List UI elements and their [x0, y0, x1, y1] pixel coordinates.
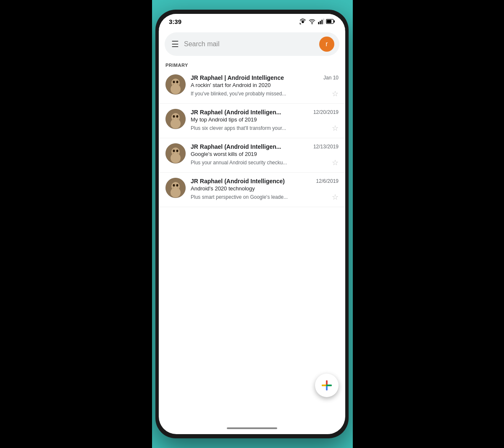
status-bar: 3:39 — [159, 14, 345, 29]
avatar-face — [165, 143, 186, 163]
home-indicator — [159, 422, 345, 434]
star-icon[interactable]: ☆ — [332, 158, 339, 167]
email-item[interactable]: JR Raphael (Android Intelligen... 12/13/… — [159, 138, 345, 173]
search-input[interactable]: Search mail — [184, 40, 319, 48]
sender-avatar — [165, 109, 186, 129]
section-label: PRIMARY — [159, 59, 345, 69]
email-subject: Google's worst kills of 2019 — [191, 151, 339, 157]
email-subject: A rockin' start for Android in 2020 — [191, 82, 339, 88]
svg-point-110 — [171, 153, 181, 163]
email-preview-row: Plus your annual Android security checku… — [191, 158, 339, 167]
email-content: JR Raphael (Android Intelligen... 12/20/… — [191, 109, 339, 133]
email-preview: Plus smart perspective on Google's leade… — [191, 194, 328, 200]
svg-rect-95 — [334, 20, 335, 22]
svg-point-115 — [171, 187, 181, 198]
email-date: 12/20/2019 — [313, 109, 339, 115]
email-sender: JR Raphael (Android Intelligence) — [191, 178, 313, 184]
svg-point-87 — [302, 21, 304, 23]
email-list-container: JR Raphael | Android Intelligence Jan 10… — [159, 69, 345, 422]
svg-point-109 — [176, 150, 178, 152]
user-avatar[interactable]: r — [319, 37, 334, 52]
email-subject: My top Android tips of 2019 — [191, 116, 339, 123]
sender-avatar — [165, 143, 186, 163]
email-subject: Android's 2020 technology — [191, 185, 339, 192]
svg-rect-91 — [321, 20, 323, 24]
email-sender: JR Raphael | Android Intelligence — [191, 74, 320, 81]
avatar-face — [165, 74, 186, 95]
sender-avatar — [165, 178, 186, 198]
compose-icon — [321, 379, 333, 391]
email-item[interactable]: JR Raphael | Android Intelligence Jan 10… — [159, 69, 345, 104]
home-bar — [227, 427, 277, 429]
svg-point-88 — [312, 24, 312, 24]
email-content: JR Raphael (Android Intelligence) 12/6/2… — [191, 178, 339, 202]
svg-point-104 — [176, 115, 178, 118]
phone-screen: 3:39 — [159, 14, 345, 434]
email-header: JR Raphael (Android Intelligence) 12/6/2… — [191, 178, 339, 184]
star-icon[interactable]: ☆ — [332, 89, 339, 98]
email-content: JR Raphael (Android Intelligen... 12/13/… — [191, 143, 339, 167]
svg-point-100 — [171, 84, 181, 94]
search-bar[interactable]: ☰ Search mail r — [165, 32, 339, 56]
signal-icon — [318, 18, 324, 25]
email-sender: JR Raphael (Android Intelligen... — [191, 143, 310, 150]
svg-point-103 — [173, 115, 175, 118]
email-preview: Plus your annual Android security checku… — [191, 160, 328, 166]
email-sender: JR Raphael (Android Intelligen... — [191, 109, 310, 116]
email-date: 12/13/2019 — [313, 144, 339, 150]
compose-button[interactable] — [315, 374, 339, 397]
email-content: JR Raphael | Android Intelligence Jan 10… — [191, 74, 339, 98]
email-header: JR Raphael (Android Intelligen... 12/20/… — [191, 109, 339, 116]
star-icon[interactable]: ☆ — [332, 124, 339, 133]
battery-icon — [326, 18, 335, 24]
avatar-face — [165, 109, 186, 129]
svg-rect-90 — [320, 21, 321, 24]
email-preview-row: Plus smart perspective on Google's leade… — [191, 192, 339, 202]
svg-point-113 — [173, 184, 175, 187]
status-icons — [299, 18, 335, 25]
star-icon[interactable]: ☆ — [332, 192, 339, 202]
svg-point-108 — [173, 150, 175, 152]
wifi-icon — [308, 18, 316, 25]
sender-avatar — [165, 74, 186, 95]
status-time: 3:39 — [169, 18, 181, 25]
email-list: JR Raphael | Android Intelligence Jan 10… — [159, 69, 345, 422]
svg-rect-94 — [327, 20, 331, 23]
menu-icon[interactable]: ☰ — [171, 39, 179, 49]
email-header: JR Raphael | Android Intelligence Jan 10 — [191, 74, 339, 81]
email-preview-row: Plus six clever apps that'll transform y… — [191, 124, 339, 133]
svg-point-114 — [176, 184, 178, 187]
cast-icon — [299, 18, 307, 25]
svg-point-98 — [173, 81, 175, 83]
svg-rect-92 — [323, 18, 324, 24]
email-preview-row: If you've blinked, you've probably misse… — [191, 89, 339, 98]
svg-point-105 — [171, 119, 181, 129]
email-item[interactable]: JR Raphael (Android Intelligen... 12/20/… — [159, 104, 345, 138]
email-date: Jan 10 — [323, 75, 339, 81]
email-item[interactable]: JR Raphael (Android Intelligence) 12/6/2… — [159, 173, 345, 207]
email-preview: If you've blinked, you've probably misse… — [191, 91, 328, 97]
email-preview: Plus six clever apps that'll transform y… — [191, 125, 328, 131]
svg-rect-89 — [318, 22, 319, 24]
email-date: 12/6/2019 — [316, 178, 339, 184]
email-header: JR Raphael (Android Intelligen... 12/13/… — [191, 143, 339, 150]
avatar-face — [165, 178, 186, 198]
svg-point-99 — [176, 81, 178, 83]
fab-container — [315, 374, 339, 397]
phone-frame: 3:39 — [155, 10, 349, 438]
